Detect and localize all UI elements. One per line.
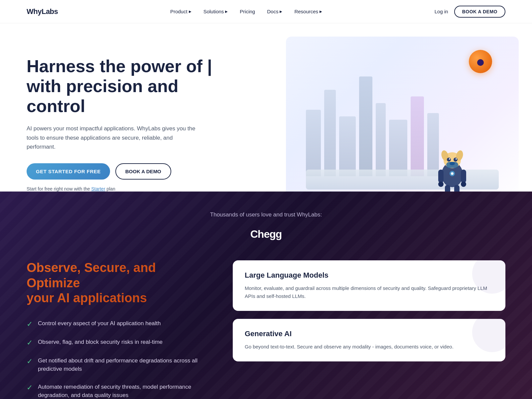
hero-book-demo-button[interactable]: BOOK A DEMO xyxy=(115,163,171,180)
check-icon-4: ✓ xyxy=(27,383,33,392)
check-icon-3: ✓ xyxy=(27,357,33,366)
hero-image xyxy=(286,37,519,192)
features-title: Observe, Secure, and Optimize your AI ap… xyxy=(27,260,206,306)
svg-rect-14 xyxy=(445,185,450,192)
feature-item-1: ✓ Control every aspect of your AI applic… xyxy=(27,319,206,329)
chegg-logo: Chegg xyxy=(250,228,282,240)
nav-product[interactable]: Product ▶ xyxy=(170,9,192,14)
feature-item-4: ✓ Automate remediation of security threa… xyxy=(27,383,206,399)
svg-point-4 xyxy=(447,158,451,162)
svg-point-12 xyxy=(438,182,444,187)
features-left: Observe, Secure, and Optimize your AI ap… xyxy=(27,260,206,399)
solutions-caret-icon: ▶ xyxy=(225,10,228,13)
nav-resources[interactable]: Resources ▶ xyxy=(294,9,322,14)
svg-rect-15 xyxy=(454,185,460,192)
navigation: WhyLabs Product ▶ Solutions ▶ Pricing Do… xyxy=(0,0,532,23)
hero-illustration xyxy=(273,50,505,183)
building-6 xyxy=(389,120,407,176)
features-list: ✓ Control every aspect of your AI applic… xyxy=(27,319,206,399)
feature-cards: Large Language Models Monitor, evaluate,… xyxy=(233,260,505,361)
trust-section: Thousands of users love and trust WhyLab… xyxy=(0,192,532,399)
feature-item-3: ✓ Get notified about drift and performan… xyxy=(27,356,206,373)
building-1 xyxy=(306,110,321,176)
building-5 xyxy=(376,103,386,176)
svg-point-5 xyxy=(454,158,458,162)
product-caret-icon: ▶ xyxy=(189,10,192,13)
logo[interactable]: WhyLabs xyxy=(27,7,58,16)
nav-docs[interactable]: Docs ▶ xyxy=(267,9,282,14)
building-3 xyxy=(339,116,356,176)
nav-solutions[interactable]: Solutions ▶ xyxy=(203,9,228,14)
trust-logos: Chegg xyxy=(27,228,505,240)
robot-dog xyxy=(432,143,472,192)
resources-caret-icon: ▶ xyxy=(320,10,322,13)
svg-point-17 xyxy=(451,172,454,175)
svg-rect-9 xyxy=(446,162,458,168)
nav-book-demo-button[interactable]: BOOK A DEMO xyxy=(454,6,505,18)
check-icon-1: ✓ xyxy=(27,320,33,329)
docs-caret-icon: ▶ xyxy=(280,10,282,13)
svg-point-7 xyxy=(456,158,457,160)
building-4 xyxy=(359,76,372,176)
svg-point-6 xyxy=(449,158,450,160)
svg-rect-11 xyxy=(461,170,466,183)
nav-links: Product ▶ Solutions ▶ Pricing Docs ▶ Res… xyxy=(170,9,322,14)
get-started-button[interactable]: GET STARTED FOR FREE xyxy=(27,163,110,180)
hero-description: AI powers your most impactful applicatio… xyxy=(27,124,200,151)
hero-title: Harness the power of | with precision an… xyxy=(27,57,219,116)
hero-content: Harness the power of | with precision an… xyxy=(27,50,219,192)
starter-plan-text: Start for free right now with the Starte… xyxy=(27,186,219,192)
nav-pricing[interactable]: Pricing xyxy=(240,9,255,14)
hero-buttons: GET STARTED FOR FREE BOOK A DEMO xyxy=(27,163,219,180)
login-button[interactable]: Log in xyxy=(435,9,448,14)
nav-actions: Log in BOOK A DEMO xyxy=(435,6,505,18)
robot-eye xyxy=(477,59,484,66)
trust-text: Thousands of users love and trust WhyLab… xyxy=(27,211,505,218)
building-2 xyxy=(324,90,336,176)
llm-card: Large Language Models Monitor, evaluate,… xyxy=(233,260,505,311)
check-icon-2: ✓ xyxy=(27,338,33,347)
features-section: Observe, Secure, and Optimize your AI ap… xyxy=(27,240,505,399)
svg-rect-10 xyxy=(438,170,444,183)
robot-sphere xyxy=(469,50,492,73)
building-7 xyxy=(411,96,424,176)
starter-plan-link[interactable]: Starter xyxy=(91,186,105,192)
svg-point-13 xyxy=(461,182,466,187)
hero-section: Harness the power of | with precision an… xyxy=(0,23,532,192)
feature-item-2: ✓ Observe, flag, and block security risk… xyxy=(27,338,206,347)
genai-card: Generative AI Go beyond text-to-text. Se… xyxy=(233,319,505,361)
